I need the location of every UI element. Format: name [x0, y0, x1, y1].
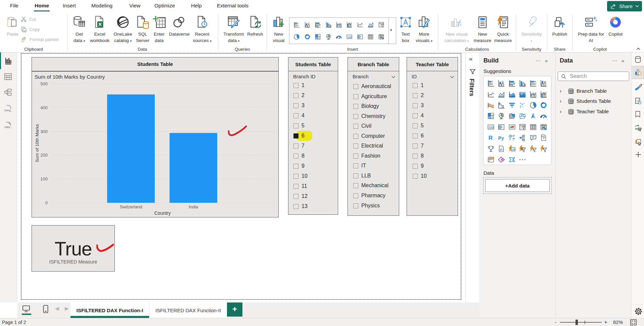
- svg-text:100: 100: [40, 176, 48, 181]
- svg-text:400: 400: [40, 105, 48, 110]
- svg-text:Sum of 10th Marks: Sum of 10th Marks: [35, 124, 40, 162]
- svg-text:fx: fx: [458, 22, 462, 27]
- svg-text:TMDL: TMDL: [4, 126, 11, 128]
- svg-text:300: 300: [40, 129, 48, 134]
- svg-text:India: India: [189, 204, 198, 209]
- svg-text:500: 500: [40, 81, 48, 86]
- svg-text:0: 0: [45, 200, 48, 205]
- svg-text:Country: Country: [154, 210, 171, 216]
- svg-text:200: 200: [40, 153, 48, 158]
- svg-text:DAX: DAX: [5, 109, 10, 112]
- svg-text:Switzerland: Switzerland: [120, 204, 142, 209]
- svg-text:Sum of 10th Marks by Country: Sum of 10th Marks by Country: [35, 74, 105, 80]
